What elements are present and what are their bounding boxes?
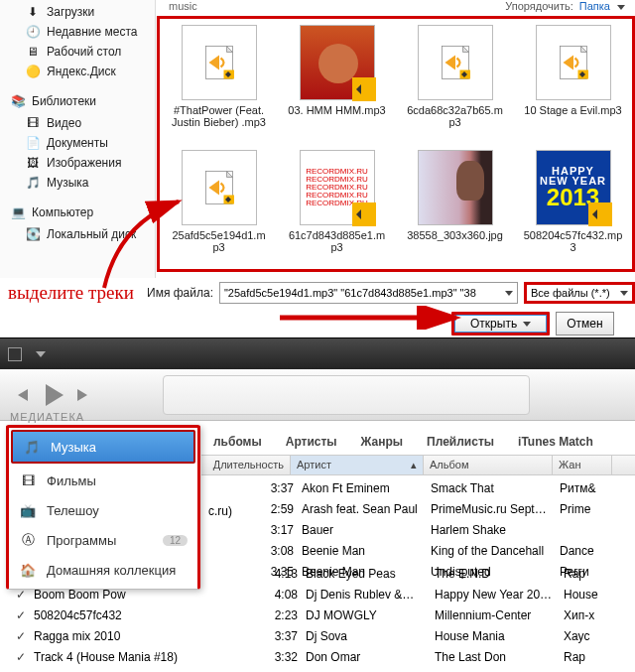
file-item[interactable]: 03. HMM HMM.mp3 — [278, 19, 396, 144]
cancel-button[interactable]: Отмен — [556, 312, 613, 336]
music-icon: 🎵 — [23, 438, 41, 456]
filename-input[interactable]: "25afd5c5e194d1.mp3" "61c7d843d885e1.mp3… — [219, 282, 518, 304]
file-item[interactable]: 38558_303x360.jpg — [396, 144, 514, 269]
svg-rect-10 — [588, 202, 612, 226]
badge: 12 — [163, 535, 188, 546]
checkbox[interactable]: ✓ — [10, 629, 32, 643]
library-icon: 🎵 — [25, 175, 41, 191]
file-name: 508204c57fc432.mp3 — [524, 229, 623, 253]
tab[interactable]: Плейлисты — [415, 429, 506, 455]
table-row[interactable]: ✓Dale Don Dale — [10, 667, 635, 672]
file-item[interactable]: 10 Stage a Evil.mp3 — [514, 19, 632, 144]
player-controls — [0, 369, 635, 421]
tree-item[interactable]: 🖼Изображения — [25, 153, 155, 173]
prev-button[interactable] — [10, 385, 30, 405]
film-icon: 🎞 — [19, 471, 37, 489]
tree-item[interactable]: 🟡Яндекс.Диск — [25, 62, 155, 81]
nav-sidebar: ⬇Загрузки🕘Недавние места🖥Рабочий стол🟡Ян… — [0, 0, 156, 278]
cell-artist: Black Eyed Peas — [306, 567, 435, 581]
library-icon: 🎞 — [25, 115, 41, 131]
file-thumb — [300, 25, 375, 100]
col-album[interactable]: Альбом — [424, 456, 553, 474]
table-row[interactable]: ✓Track 4 (House Mania #18)3:32Don OmarTh… — [10, 646, 635, 667]
cell-album: Happy New Year 20… — [435, 588, 564, 602]
truncated-text: c.ru) — [208, 504, 232, 518]
table-row[interactable]: ✓Ragga mix 20103:37Dj SovaHouse ManiaХау… — [10, 625, 635, 646]
file-name: 6cda68c32a7b65.mp3 — [406, 104, 505, 128]
cell-genre: Prime — [560, 502, 619, 516]
tab[interactable]: Жанры — [349, 429, 416, 455]
file-item[interactable]: 6cda68c32a7b65.mp3 — [396, 19, 514, 144]
col-genre[interactable]: Жан — [553, 456, 612, 474]
checkbox[interactable]: ✓ — [10, 650, 32, 664]
mediateka-label: МЕДИАТЕКА — [10, 411, 84, 423]
tree-item[interactable]: 📄Документы — [25, 133, 155, 153]
folder-icon: 🖥 — [25, 44, 41, 60]
cell-name: Ragga mix 2010 — [32, 629, 258, 643]
library-menu-item[interactable]: ⒶПрограммы12 — [9, 525, 197, 555]
label: Локальный диск — [47, 227, 136, 241]
cell-album: House Mania — [435, 629, 564, 643]
tree-item[interactable]: 🖥Рабочий стол — [25, 42, 155, 62]
checkbox[interactable]: ✓ — [10, 608, 32, 622]
library-menu-item[interactable]: 📺Телешоу — [9, 495, 197, 525]
cell-genre: Хип-х — [564, 608, 623, 622]
table-row[interactable]: ✓508204c57fc4322:23DJ MOWGLYMillennium-C… — [10, 605, 635, 625]
cell-album: The Last Don — [435, 650, 564, 664]
chevron-down-icon[interactable] — [36, 351, 46, 357]
open-button[interactable]: Открыть — [451, 312, 550, 336]
file-filter-dropdown[interactable]: Все файлы (*.*) — [524, 282, 635, 304]
cell-artist: Dj Sova — [306, 629, 435, 643]
tree-header-computer[interactable]: 💻 Компьютер — [0, 202, 155, 222]
filename-label: Имя файла: — [147, 286, 213, 300]
library-menu[interactable]: 🎵Музыка🎞Фильмы📺ТелешоуⒶПрограммы12🏠Домаш… — [6, 425, 200, 590]
label: Загрузки — [47, 5, 94, 19]
file-name: 10 Stage a Evil.mp3 — [524, 104, 621, 116]
tab[interactable]: Артисты — [274, 429, 349, 455]
cell-genre: Ритм& — [560, 481, 619, 495]
table-row[interactable]: 3:08Beenie ManKing of the DancehallDance — [256, 540, 633, 561]
col-duration[interactable]: Длительность — [201, 456, 291, 474]
tree-item[interactable]: 🕘Недавние места — [25, 22, 155, 42]
tree-header-libraries[interactable]: 📚 Библиотеки — [0, 91, 155, 111]
file-name: 38558_303x360.jpg — [407, 229, 503, 241]
sort-value[interactable]: Папка — [579, 0, 625, 12]
label: Музыка — [51, 440, 96, 455]
tab[interactable]: iTunes Match — [506, 429, 605, 455]
table-row[interactable]: 3:37Akon Ft EminemSmack ThatРитм& — [256, 477, 633, 498]
cell-duration: 3:17 — [256, 523, 302, 537]
col-artist[interactable]: Артист▴ — [291, 456, 424, 474]
tab[interactable]: льбомы — [201, 429, 274, 455]
window-control[interactable] — [8, 347, 22, 361]
table-row[interactable]: 2:59Arash feat. Sean PaulPrimeMusic.ru S… — [256, 498, 633, 519]
chevron-down-icon — [505, 291, 513, 296]
file-grid[interactable]: #ThatPower (Feat. Justin Bieber) .mp303.… — [157, 16, 635, 272]
filename-value: "25afd5c5e194d1.mp3" "61c7d843d885e1.mp3… — [224, 287, 476, 299]
file-item[interactable]: HAPPYNEW YEAR2013508204c57fc432.mp3 — [514, 144, 632, 269]
sort-label: Упорядочить: — [505, 0, 573, 12]
tree-item[interactable]: 🎞Видео — [25, 113, 155, 133]
tree-item[interactable]: ⬇Загрузки — [25, 2, 155, 22]
next-button[interactable] — [75, 385, 95, 405]
file-thumb: RECORDMIX.RURECORDMIX.RURECORDMIX.RURECO… — [300, 150, 375, 225]
label: Недавние места — [47, 25, 137, 39]
breadcrumb[interactable]: music — [169, 0, 197, 12]
folder-icon: 🟡 — [25, 64, 41, 79]
cell-duration: 2:59 — [256, 502, 302, 516]
play-button[interactable] — [38, 380, 67, 410]
file-item[interactable]: 25afd5c5e194d1.mp3 — [160, 144, 278, 269]
library-menu-item[interactable]: 🎞Фильмы — [9, 466, 197, 495]
computer-icon: 💻 — [10, 204, 26, 220]
library-menu-item[interactable]: 🏠Домашняя коллекция — [9, 555, 197, 585]
library-menu-item[interactable]: 🎵Музыка — [11, 430, 195, 464]
cell-album: King of the Dancehall — [431, 544, 560, 558]
table-row[interactable]: 3:17BauerHarlem Shake — [256, 519, 633, 540]
tree-item-drive[interactable]: 💽 Локальный диск — [25, 224, 155, 244]
cell-duration: 3:37 — [258, 629, 306, 643]
itunes-titlebar — [0, 337, 635, 369]
tree-item[interactable]: 🎵Музыка — [25, 173, 155, 193]
file-item[interactable]: RECORDMIX.RURECORDMIX.RURECORDMIX.RURECO… — [278, 144, 396, 269]
chevron-down-icon — [617, 5, 625, 10]
drive-icon: 💽 — [25, 226, 41, 242]
file-item[interactable]: #ThatPower (Feat. Justin Bieber) .mp3 — [160, 19, 278, 144]
